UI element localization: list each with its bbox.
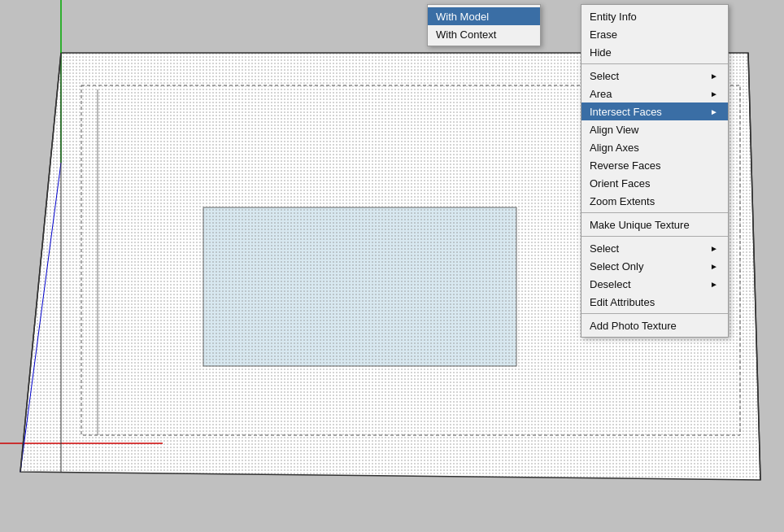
intersect-faces-arrow: ►: [710, 107, 718, 116]
menu-item-select2[interactable]: Select ►: [581, 239, 728, 257]
menu-item-erase[interactable]: Erase: [581, 25, 728, 43]
separator-1: [581, 63, 728, 64]
menu-item-select[interactable]: Select ►: [581, 67, 728, 85]
menu-item-add-photo-texture[interactable]: Add Photo Texture: [581, 316, 728, 334]
submenu-item-with-context[interactable]: With Context: [428, 25, 540, 43]
menu-item-edit-attributes[interactable]: Edit Attributes: [581, 293, 728, 311]
submenu-item-with-model[interactable]: With Model: [428, 7, 540, 25]
select-arrow: ►: [710, 72, 718, 81]
separator-3: [581, 236, 728, 237]
svg-rect-6: [203, 207, 516, 366]
separator-4: [581, 313, 728, 314]
menu-item-select-only[interactable]: Select Only ►: [581, 257, 728, 275]
menu-item-intersect-faces[interactable]: Intersect Faces ►: [581, 102, 728, 120]
menu-item-deselect[interactable]: Deselect ►: [581, 275, 728, 293]
menu-item-orient-faces[interactable]: Orient Faces: [581, 174, 728, 192]
context-menu: Entity Info Erase Hide Select ► Area ► I…: [581, 4, 729, 338]
menu-item-area[interactable]: Area ►: [581, 85, 728, 102]
intersect-faces-submenu: With Model With Context: [427, 4, 541, 46]
menu-item-hide[interactable]: Hide: [581, 43, 728, 61]
menu-item-entity-info[interactable]: Entity Info: [581, 7, 728, 25]
menu-item-zoom-extents[interactable]: Zoom Extents: [581, 192, 728, 210]
menu-item-align-view[interactable]: Align View: [581, 120, 728, 138]
select-only-arrow: ►: [710, 262, 718, 271]
menu-item-align-axes[interactable]: Align Axes: [581, 138, 728, 156]
area-arrow: ►: [710, 89, 718, 98]
separator-2: [581, 212, 728, 213]
deselect-arrow: ►: [710, 280, 718, 289]
select2-arrow: ►: [710, 244, 718, 253]
menu-item-make-unique-texture[interactable]: Make Unique Texture: [581, 216, 728, 233]
menu-item-reverse-faces[interactable]: Reverse Faces: [581, 156, 728, 174]
